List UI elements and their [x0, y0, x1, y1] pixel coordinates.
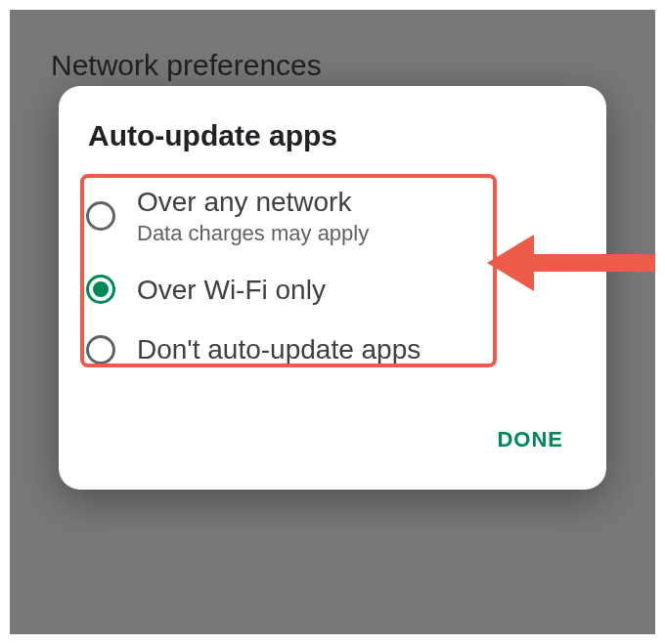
option-text: Over any network Data charges may apply [137, 186, 369, 246]
option-label: Over any network [137, 186, 369, 219]
option-dont-auto-update[interactable]: Don't auto-update apps [86, 320, 579, 380]
dialog-actions: DONE [59, 380, 606, 468]
option-over-wifi-only[interactable]: Over Wi-Fi only [86, 260, 579, 321]
dialog-backdrop: Network preferences Auto-update apps Ove… [10, 10, 655, 634]
option-text: Over Wi-Fi only [137, 274, 326, 307]
option-label: Over Wi-Fi only [137, 274, 326, 307]
option-sublabel: Data charges may apply [137, 221, 369, 246]
done-button[interactable]: DONE [491, 419, 569, 460]
background-page-title: Network preferences [51, 49, 322, 82]
radio-group: Over any network Data charges may apply … [59, 172, 606, 380]
radio-icon [86, 201, 115, 231]
option-over-any-network[interactable]: Over any network Data charges may apply [86, 172, 579, 260]
option-text: Don't auto-update apps [137, 333, 421, 366]
radio-icon [86, 335, 115, 365]
auto-update-dialog: Auto-update apps Over any network Data c… [59, 86, 606, 490]
dialog-title: Auto-update apps [59, 119, 606, 172]
radio-icon [86, 275, 115, 304]
option-label: Don't auto-update apps [137, 333, 421, 366]
